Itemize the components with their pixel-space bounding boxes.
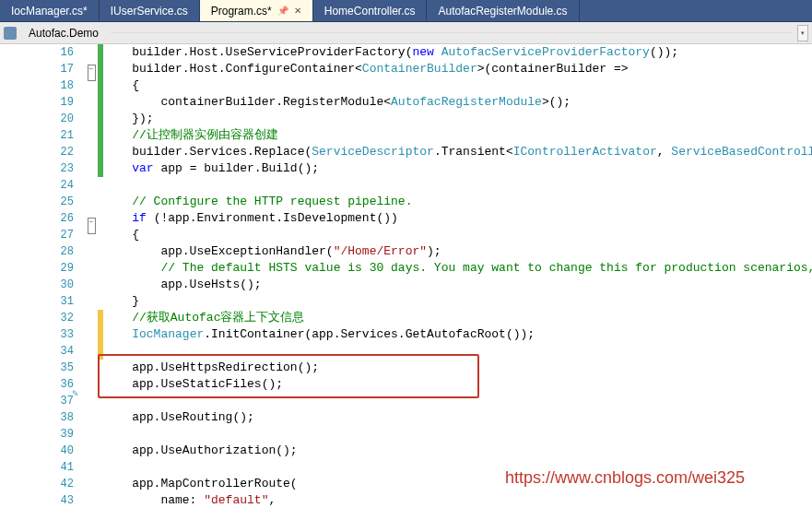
- line-number: 24: [0, 177, 74, 194]
- line-number: 32: [0, 310, 74, 326]
- line-number: 40: [0, 443, 74, 459]
- line-number: 41: [0, 459, 74, 476]
- line-number: 30: [0, 277, 74, 293]
- code-line[interactable]: app.UseStaticFiles();: [103, 376, 812, 393]
- line-number: 36: [0, 376, 74, 393]
- code-line[interactable]: app.UseHsts();: [103, 277, 812, 293]
- code-line[interactable]: // The default HSTS value is 30 days. Yo…: [103, 260, 812, 277]
- code-line[interactable]: app.UseRouting();: [103, 409, 812, 426]
- line-number: 16: [0, 44, 74, 61]
- code-line[interactable]: // Configure the HTTP request pipeline.: [103, 194, 812, 210]
- code-line[interactable]: [103, 393, 812, 409]
- line-number: 17: [0, 61, 74, 77]
- line-number: 33: [0, 326, 74, 343]
- line-number: 35: [0, 360, 74, 376]
- file-tab[interactable]: IUserService.cs: [100, 0, 200, 21]
- close-icon[interactable]: ✕: [294, 6, 301, 16]
- line-number: 43: [0, 492, 74, 508]
- code-line[interactable]: });: [103, 111, 812, 127]
- line-number: 29: [0, 260, 74, 277]
- namespace-context[interactable]: Autofac.Demo: [22, 25, 105, 41]
- code-line[interactable]: {: [103, 227, 812, 243]
- line-number: 19: [0, 94, 74, 111]
- fold-toggle[interactable]: −: [88, 218, 96, 234]
- line-number: 31: [0, 293, 74, 310]
- code-line[interactable]: [103, 343, 812, 360]
- code-line[interactable]: //让控制器实例由容器创建: [103, 127, 812, 144]
- context-dropdown[interactable]: ▾: [797, 25, 808, 41]
- code-line[interactable]: [103, 177, 812, 194]
- line-number: 28: [0, 243, 74, 260]
- file-tab[interactable]: HomeController.cs: [313, 0, 428, 21]
- breadcrumb-bar: Autofac.Demo ▾: [0, 22, 812, 44]
- code-line[interactable]: IocManager.InitContainer(app.Services.Ge…: [103, 326, 812, 343]
- line-number: 38: [0, 409, 74, 426]
- line-number: 20: [0, 111, 74, 127]
- code-line[interactable]: app.UseHttpsRedirection();: [103, 360, 812, 376]
- code-line[interactable]: builder.Host.UseServiceProviderFactory(n…: [103, 44, 812, 61]
- code-line[interactable]: //获取Autofac容器上下文信息: [103, 310, 812, 326]
- code-line[interactable]: containerBuilder.RegisterModule<AutofacR…: [103, 94, 812, 111]
- file-tab[interactable]: AutofacRegisterModule.cs: [427, 0, 579, 21]
- code-line[interactable]: builder.Services.Replace(ServiceDescript…: [103, 144, 812, 160]
- code-line[interactable]: builder.Host.ConfigureContainer<Containe…: [103, 61, 812, 77]
- code-line[interactable]: app.UseAuthorization();: [103, 443, 812, 459]
- line-number: 42: [0, 476, 74, 492]
- line-number: 21: [0, 127, 74, 144]
- code-editor[interactable]: 1617181920212223242526272829303132333435…: [0, 44, 812, 508]
- line-number: 25: [0, 194, 74, 210]
- edit-marker-icon: ✎: [72, 387, 78, 399]
- code-line[interactable]: {: [103, 77, 812, 94]
- code-line[interactable]: name: "default",: [103, 492, 812, 508]
- file-tab[interactable]: IocManager.cs*: [0, 0, 100, 21]
- line-number: 22: [0, 144, 74, 160]
- code-line[interactable]: [103, 426, 812, 443]
- code-body[interactable]: builder.Host.UseServiceProviderFactory(n…: [103, 44, 812, 508]
- watermark-link: https://www.cnblogs.com/wei325: [505, 468, 745, 488]
- pin-icon[interactable]: 📌: [277, 6, 288, 16]
- code-line[interactable]: var app = builder.Build();: [103, 160, 812, 177]
- line-number: 23: [0, 160, 74, 177]
- line-number: 18: [0, 77, 74, 94]
- line-number: 26: [0, 210, 74, 227]
- fold-column: −−: [85, 44, 98, 508]
- line-number: 39: [0, 426, 74, 443]
- project-icon: [4, 27, 17, 40]
- file-tab[interactable]: Program.cs*📌✕: [200, 0, 313, 21]
- tab-bar: IocManager.cs*IUserService.csProgram.cs*…: [0, 0, 812, 22]
- line-number-gutter: 1617181920212223242526272829303132333435…: [0, 44, 85, 508]
- code-line[interactable]: }: [103, 293, 812, 310]
- line-number: 37: [0, 393, 74, 409]
- code-line[interactable]: app.UseExceptionHandler("/Home/Error");: [103, 243, 812, 260]
- line-number: 34: [0, 343, 74, 360]
- code-line[interactable]: if (!app.Environment.IsDevelopment()): [103, 210, 812, 227]
- fold-toggle[interactable]: −: [88, 65, 96, 81]
- line-number: 27: [0, 227, 74, 243]
